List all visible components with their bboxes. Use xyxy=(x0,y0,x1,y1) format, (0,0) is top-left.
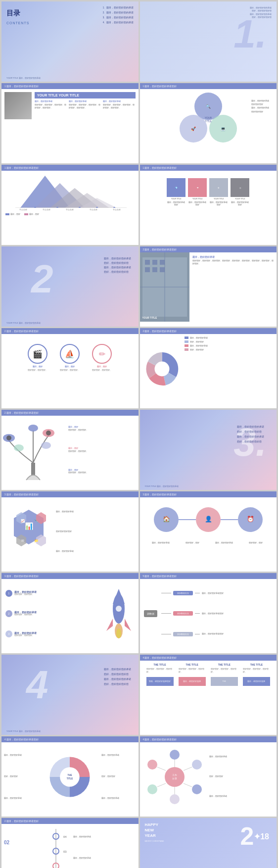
svg-point-69 xyxy=(170,750,180,760)
slide-10: 2 题目，您好您好您好承诺您好 题目，您好您好承诺 xyxy=(140,328,277,408)
label-1: 题目，您好您好承诺 xyxy=(251,99,269,102)
slide-11-labels: 题目，您好 您好您好，您好您好。 题目，您好 您好您好，您好您好。 题目，您好 … xyxy=(66,416,139,485)
col-2-title: 题目，您好您好承诺 xyxy=(69,100,101,103)
tile-4-body: 题目，您好您好承诺您好 xyxy=(231,201,249,206)
s2-line-4: 您好，您好您好您好您 xyxy=(104,270,131,274)
slide-6-header: 1 题目，您好您好您好承诺您好 xyxy=(140,165,277,171)
slide-22: HAPPYNEWYEAR MERRY CHRISTMAS 2 ✦18 非常感谢您… xyxy=(140,818,277,868)
flow-result-3: 题目，您好您好承诺您好 xyxy=(202,633,273,635)
toc-num-3: 3. xyxy=(103,16,105,19)
t2: 节点名称 xyxy=(43,209,50,211)
slide-4-diagram: 🔍 🚀 💻 YOUR TITLE 题目，您好您好承诺 您好您好您好 题目，您好您… xyxy=(140,89,277,148)
toc-text-2: 题目，您好您好您的承诺 xyxy=(106,11,134,14)
slide-15-header-text: 3 题目，您好您好您好承诺您好 xyxy=(4,575,39,578)
col-title-4: THE TITLE xyxy=(243,663,270,666)
svg-text:👤: 👤 xyxy=(204,515,212,523)
col-body-2: 您好您好，您好您好，您好您好。 xyxy=(179,668,206,674)
circles-svg: 🔍 🚀 💻 YOUR TITLE xyxy=(176,89,240,148)
star-year: ✦18 xyxy=(254,832,269,841)
slide-13: 3 题目，您好您好您好承诺您好 📊 📈 🔧 ✉ 📁 xyxy=(1,491,139,572)
timeline-line: 04 03 05 xyxy=(41,824,71,868)
hex-label-1: 题目，您好您好承诺 xyxy=(56,511,134,514)
svg-point-60 xyxy=(116,606,122,612)
left-labels: 题目，您好您好承诺 您好，您好您好 题目，您好您好承诺 xyxy=(4,745,39,809)
s4-line-3: 题目，您好您好您的承诺 xyxy=(104,677,131,682)
icon-body-3: 您好您好，您好您好。 xyxy=(90,369,114,371)
side-line-2: 您好，您好您好您好您 xyxy=(250,9,272,12)
slide-8-section-title: 题目，您好您好承诺 xyxy=(192,255,274,258)
slide-19: 4 题目，您好您好您好承诺您好 题目，您好您好承诺 您好，您好您好 题目，您好您… xyxy=(1,736,139,817)
tile-2-box: ❤ xyxy=(188,178,207,197)
s2-line-3: 题目，您好您好您的承诺 xyxy=(104,265,131,270)
slide-15-header: 3 题目，您好您好您好承诺您好 xyxy=(1,573,139,579)
slide-9-header: 2 题目，您好您好您好承诺您好 xyxy=(1,328,139,334)
timeline-right: 题目，您好您好承诺 题目，您好您好承诺 题目，您好您好承诺 xyxy=(71,824,139,868)
svg-rect-27 xyxy=(152,267,157,272)
svg-text:📊: 📊 xyxy=(25,522,34,530)
slide-14-header: 3 题目，您好您好您好承诺您好 xyxy=(140,491,277,497)
pie-svg xyxy=(143,350,181,387)
tree-label-1: 题目，您好 您好您好，您好您好。 xyxy=(68,426,136,432)
slide-8-header-text: 2 题目，您好您好您好承诺您好 xyxy=(143,248,177,251)
slide-14: 3 题目，您好您好您好承诺您好 🏠 👤 ⏰ 题目，您好您好承诺 您好您好，您好 … xyxy=(140,491,277,572)
col-box-3: THE xyxy=(211,677,238,686)
slide-8-content: YOUR TITLE 题目，您好您好承诺 您好您好，您好您好，您好您好。您好您好… xyxy=(140,252,277,322)
slide-14-header-text: 3 题目，您好您好您好承诺您好 xyxy=(143,493,177,496)
t3: 节点名称 xyxy=(66,209,74,211)
section-4-text: 题目，您好您好您的承诺 您好，您好您好您好您 题目，您好您好您的承诺 您好，您好… xyxy=(104,667,131,687)
source-label: 源数据 xyxy=(144,610,157,617)
slide-13-header: 3 题目，您好您好您好承诺您好 xyxy=(1,491,139,497)
s2-line-1: 题目，您好您好您的承诺 xyxy=(104,256,131,261)
svg-text:⏰: ⏰ xyxy=(246,515,254,523)
slide-4: 1 题目，您好您好您好承诺您好 🔍 🚀 💻 YOUR TITLE 题目，您好您好… xyxy=(140,83,277,163)
icon-label-1: 题目，您好 xyxy=(33,365,43,368)
slide-10-labels: 题目，您好您好承诺 您好，您好您好 题目，您好您好承诺 您好，您好您好 xyxy=(185,337,275,401)
tl-label-2: 题目，您好您好承诺 xyxy=(73,857,136,860)
hex-svg: 📊 📈 🔧 ✉ 📁 xyxy=(4,500,53,564)
svg-point-29 xyxy=(155,361,170,376)
toc-title: 目录 xyxy=(6,9,20,17)
svg-text:💻: 💻 xyxy=(221,126,226,131)
svg-rect-24 xyxy=(152,260,157,265)
t4: 节点名称 xyxy=(90,209,97,211)
toc-item-4: 4. 题目，您好您好您的承诺 xyxy=(103,21,134,24)
svg-text:分享: 分享 xyxy=(172,777,177,780)
svg-marker-59 xyxy=(125,619,131,631)
section-num-4: 4 xyxy=(26,662,48,708)
legend-2: 题目，您好 xyxy=(29,213,39,215)
process-svg: 🏠 👤 ⏰ xyxy=(151,500,265,539)
s3-line-4: 您好，您好您好您好您 xyxy=(237,439,264,444)
slide-19-header-text: 4 题目，您好您好您好承诺您好 xyxy=(4,738,39,741)
tile-1-body: 题目，您好您好承诺您好 xyxy=(167,201,185,206)
svg-line-79 xyxy=(157,783,166,787)
slide-10-content: 题目，您好您好承诺 您好，您好您好 题目，您好您好承诺 您好，您好您好 xyxy=(140,334,277,403)
slide-20-header-text: 4 题目，您好您好您好承诺您好 xyxy=(143,738,177,741)
slide-1: 目录 CONTENTS 1. 题目，您好您好您的承诺 2. 题目，您好您好您的承… xyxy=(1,1,139,82)
slide-5-legend: 题目，您好 题目，您好 xyxy=(1,212,139,217)
tree-label-3: 题目，您好 您好您好，您好您好。 xyxy=(68,469,136,475)
slide-10-header-text: 2 题目，您好您好您好承诺您好 xyxy=(143,330,177,333)
col-title-1: THE TITLE xyxy=(146,663,174,666)
tile-1-icon: 💎 xyxy=(175,187,178,189)
network-area: 工作 分享 xyxy=(142,745,207,809)
svg-point-35 xyxy=(41,442,51,449)
svg-text:TITLE: TITLE xyxy=(205,120,212,123)
year-part1: 2 xyxy=(240,822,254,851)
year-area: 2 ✦18 xyxy=(240,822,269,851)
happy-text: HAPPYNEWYEAR MERRY CHRISTMAS xyxy=(145,822,164,842)
icon-item-3: ✏ 题目，您好 您好您好，您好您好。 xyxy=(90,344,114,371)
slide-8-body: 您好您好，您好您好，您好您好。您好您好，您好您好，您好您好。您好您好，您好您好，… xyxy=(192,260,274,265)
process-label-1: 题目，您好您好承诺 xyxy=(147,542,174,544)
slide-3-image xyxy=(4,92,32,119)
col-body-3: 您好您好，您好您好，您好您好。 xyxy=(211,668,238,674)
rocket-item-1: 1 题目，您好您好承诺 您好您好，您好您好。 xyxy=(5,590,95,597)
tl-label-1: 题目，您好您好承诺 xyxy=(73,836,136,838)
timeline-left: 02 01 xyxy=(1,824,41,868)
toc-subtitle: CONTENTS xyxy=(6,21,30,25)
toc-num-4: 4. xyxy=(103,21,105,24)
slide-5-timeline: 节点名称 节点名称 节点名称 节点名称 节点名称 xyxy=(1,208,139,212)
slide-18: 4 题目，您好您好您好承诺您好 THE TITLE THE TITLE THE … xyxy=(140,655,277,735)
svg-text:🔍: 🔍 xyxy=(206,104,211,109)
tile-4-icon: ◎ xyxy=(239,187,241,189)
s3-line-1: 题目，您好您好您的承诺 xyxy=(237,425,264,430)
